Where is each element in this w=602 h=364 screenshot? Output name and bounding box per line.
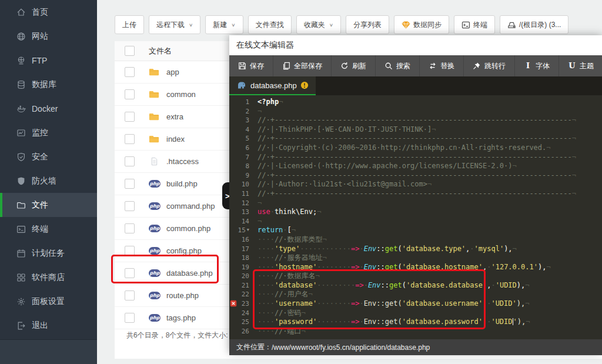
line-number: 11: [229, 189, 253, 199]
row-checkbox[interactable]: [125, 223, 135, 233]
folder-icon: [149, 68, 160, 77]
sidebar-item-app-store[interactable]: 软件商店: [0, 265, 97, 289]
row-checkbox[interactable]: [125, 268, 135, 278]
file-name: build.php: [166, 179, 198, 188]
favorites-button[interactable]: 收藏夹∨: [296, 15, 341, 34]
line-number: 19: [229, 263, 253, 272]
code-line-22: 22····//·用户名¬: [229, 290, 602, 299]
code-line-23: 23····'username'········=>·Env::get('dat…: [229, 299, 602, 309]
file-name: index: [166, 135, 185, 143]
sidebar-item-docker[interactable]: Docker: [0, 96, 97, 121]
code-line-15: 15▼return·[¬: [229, 226, 602, 235]
file-name: common: [166, 90, 196, 99]
data-sync-button[interactable]: 数据同步: [394, 15, 449, 34]
sidebar-item-security[interactable]: 安全: [0, 145, 97, 169]
folder-icon: [149, 112, 160, 122]
row-checkbox[interactable]: [125, 290, 135, 300]
code-text: <?php¬: [253, 98, 602, 107]
row-checkbox[interactable]: [125, 89, 135, 99]
sidebar-item-logout[interactable]: 退出: [0, 313, 97, 338]
editor-toolbar: 保存全部保存刷新搜索替换跳转行I字体U主题设置: [229, 55, 602, 76]
new-button[interactable]: 新建∨: [205, 15, 243, 34]
row-checkbox[interactable]: [125, 112, 135, 122]
code-line-8: 8//·|·Licensed·(·http://www.apache.org/l…: [229, 162, 602, 171]
editor-refresh-button[interactable]: 刷新: [332, 55, 376, 76]
code-text: ····//·密码¬: [253, 309, 602, 318]
logout-icon: [16, 321, 26, 330]
sidebar-item-label: 面板设置: [32, 296, 65, 307]
code-text: ¬: [253, 107, 602, 116]
code-line-24: 24····//·密码¬: [229, 309, 602, 318]
save-icon: [238, 62, 246, 70]
sidebar-item-label: 退出: [32, 320, 48, 331]
sidebar-item-database[interactable]: 数据库: [0, 72, 97, 96]
button-label: 远程下载: [156, 20, 185, 30]
sidebar-item-files[interactable]: 文件: [0, 193, 97, 217]
line-number: 21: [229, 281, 253, 290]
code-text: //·|·Author:·liu21st·<liu21st@gmail.com>…: [253, 180, 602, 189]
row-checkbox[interactable]: [125, 201, 135, 211]
code-line-7: 7//·+-----------------------------------…: [229, 153, 602, 162]
row-checkbox[interactable]: [125, 313, 135, 323]
sidebar-item-monitor[interactable]: 监控: [0, 121, 97, 145]
remote-download-button[interactable]: 远程下载∨: [149, 15, 200, 34]
row-checkbox[interactable]: [125, 67, 135, 77]
sidebar-item-label: 计划任务: [32, 248, 65, 259]
code-text: ····//·用户名¬: [253, 290, 602, 299]
select-all-checkbox[interactable]: [125, 46, 135, 56]
code-text: //·+------------------------------------…: [253, 171, 602, 181]
sidebar-item-terminal[interactable]: 终端: [0, 217, 97, 241]
sidebar-item-home[interactable]: 首页: [0, 0, 97, 24]
code-line-5: 5//·+-----------------------------------…: [229, 134, 602, 143]
sidebar-item-panel-settings[interactable]: 面板设置: [0, 289, 97, 313]
button-label: 替换: [440, 61, 454, 71]
folder-icon: [149, 135, 160, 144]
upload-button[interactable]: 上传: [115, 15, 144, 34]
code-line-1: 1<?php¬: [229, 98, 602, 107]
root-dir-button[interactable]: /(根目录) (3...: [500, 15, 568, 34]
save-all-icon: [282, 62, 290, 70]
php-file-icon: php: [149, 179, 160, 189]
file-search-button[interactable]: 文件查找: [248, 15, 292, 34]
editor-search-button[interactable]: 搜索: [376, 55, 420, 76]
sidebar-item-ftp[interactable]: FTP: [0, 48, 97, 72]
globe-icon: [16, 32, 26, 41]
sidebar-item-site[interactable]: 网站: [0, 24, 97, 48]
terminal-icon: [16, 225, 26, 234]
row-checkbox[interactable]: [125, 246, 135, 256]
fold-arrow-icon[interactable]: ▼: [247, 228, 249, 232]
row-checkbox[interactable]: [125, 179, 135, 189]
filename-column-header: 文件名: [149, 46, 172, 56]
app-root: 首页网站FTP数据库Docker监控安全防火墙文件终端计划任务软件商店面板设置退…: [0, 0, 602, 364]
tab-database-php[interactable]: database.php: [229, 76, 316, 95]
cron-icon: [16, 249, 26, 258]
code-line-16: 16····//·数据库类型¬: [229, 235, 602, 245]
folderline-icon: [16, 201, 26, 210]
line-number: 7: [229, 153, 253, 162]
editor-goto-line-button[interactable]: 跳转行: [464, 55, 515, 76]
chevron-down-icon: ∨: [189, 22, 193, 28]
line-number: 8: [229, 162, 253, 171]
editor-theme-button[interactable]: U主题: [559, 55, 602, 76]
line-number: 22: [229, 290, 253, 299]
editor-replace-button[interactable]: 替换: [420, 55, 464, 76]
row-checkbox[interactable]: [125, 156, 135, 166]
line-number: 5: [229, 134, 253, 143]
php-file-icon: php: [149, 224, 160, 233]
code-text: return·[¬: [253, 226, 602, 235]
sidebar-item-cron[interactable]: 计划任务: [0, 241, 97, 265]
editor-save-button[interactable]: 保存: [229, 55, 273, 76]
code-line-4: 4//·|·ThinkPHP·[·WE·CAN·DO·IT·JUST·THINK…: [229, 125, 602, 135]
share-list-button[interactable]: 分享列表: [346, 15, 389, 34]
editor-font-button[interactable]: I字体: [515, 55, 559, 76]
code-line-11: 11//·+----------------------------------…: [229, 189, 602, 199]
editor-save-all-button[interactable]: 全部保存: [273, 55, 332, 76]
terminal-button[interactable]: 终端: [454, 15, 495, 34]
sidebar: 首页网站FTP数据库Docker监控安全防火墙文件终端计划任务软件商店面板设置退…: [0, 0, 97, 364]
sidebar-item-firewall[interactable]: 防火墙: [0, 169, 97, 193]
code-area[interactable]: 1<?php¬2¬3//·+--------------------------…: [229, 95, 602, 339]
code-line-9: 9//·+-----------------------------------…: [229, 171, 602, 181]
button-label: 全部保存: [294, 61, 322, 71]
line-number: 16: [229, 235, 253, 245]
row-checkbox[interactable]: [125, 134, 135, 144]
